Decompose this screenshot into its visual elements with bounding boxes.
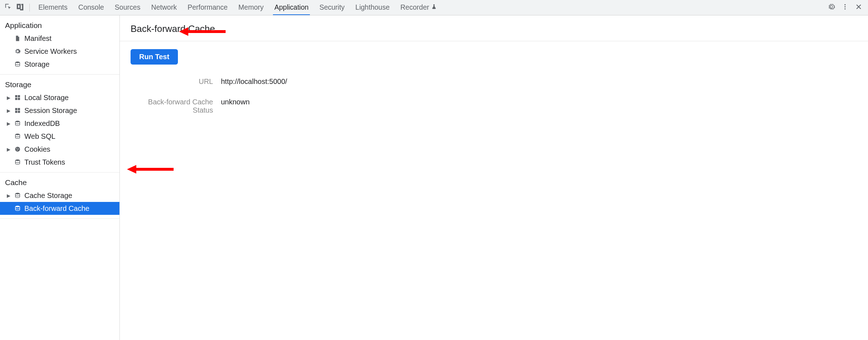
inspect-element-icon[interactable]	[4, 3, 12, 12]
svg-point-6	[15, 147, 20, 152]
sidebar-section-cache: Cache ▸ Cache Storage Back-forward Cache	[0, 173, 119, 219]
bfcache-status-label: Back-forward Cache Status	[131, 98, 213, 114]
url-label: URL	[131, 77, 213, 86]
cookie-icon	[14, 145, 22, 153]
tab-performance[interactable]: Performance	[186, 0, 229, 15]
tab-security[interactable]: Security	[318, 0, 346, 15]
sidebar-item-session-storage[interactable]: ▸ Session Storage	[0, 104, 119, 117]
url-value: http://localhost:5000/	[221, 77, 857, 86]
tab-memory[interactable]: Memory	[237, 0, 265, 15]
document-icon	[14, 34, 22, 42]
tab-label: Recorder	[400, 3, 429, 11]
db-icon	[14, 60, 22, 68]
tabbar-trailing-icons	[828, 3, 867, 12]
tab-elements[interactable]: Elements	[37, 0, 69, 15]
tab-label: Memory	[239, 3, 264, 11]
svg-point-7	[16, 148, 17, 149]
tab-label: Console	[78, 3, 104, 11]
svg-point-10	[15, 160, 20, 161]
db-icon	[14, 204, 22, 212]
chevron-right-icon[interactable]: ▸	[6, 193, 11, 198]
sidebar-item-manifest[interactable]: Manifest	[0, 32, 119, 45]
svg-marker-16	[127, 165, 136, 174]
sidebar-item-storage[interactable]: Storage	[0, 58, 119, 71]
tabbar-divider	[29, 4, 30, 11]
sidebar-item-web-sql[interactable]: Web SQL	[0, 130, 119, 143]
gear-icon	[14, 47, 22, 55]
device-toolbar-icon[interactable]	[16, 3, 24, 12]
sidebar-item-local-storage[interactable]: ▸ Local Storage	[0, 91, 119, 104]
tabbar-tabs: Elements Console Sources Network Perform…	[33, 0, 827, 15]
sidebar-section-storage: Storage ▸ Local Storage ▸ Session Storag…	[0, 75, 119, 173]
tab-label: Network	[151, 3, 177, 11]
tab-network[interactable]: Network	[150, 0, 178, 15]
sidebar-section-application: Application Manifest Service Workers Sto…	[0, 15, 119, 75]
db-icon	[14, 119, 22, 127]
sidebar-item-cookies[interactable]: ▸ Cookies	[0, 143, 119, 156]
more-vert-icon[interactable]	[841, 3, 849, 12]
db-icon	[14, 158, 22, 166]
tab-label: Sources	[115, 3, 141, 11]
grid-icon	[14, 94, 22, 101]
tab-label: Elements	[38, 3, 67, 11]
tab-label: Lighthouse	[355, 3, 390, 11]
chevron-right-icon[interactable]: ▸	[6, 147, 11, 151]
tabbar-leading-icons	[1, 3, 27, 12]
main-body: Run Test URL http://localhost:5000/ Back…	[120, 41, 868, 122]
flask-icon	[431, 3, 437, 11]
svg-point-11	[15, 193, 20, 195]
tab-console[interactable]: Console	[77, 0, 105, 15]
annotation-arrow-icon	[127, 164, 174, 176]
svg-point-4	[15, 121, 20, 123]
main-panel: Back-forward Cache Run Test URL http://l…	[120, 15, 868, 340]
tab-recorder[interactable]: Recorder	[399, 0, 438, 15]
section-title: Cache	[0, 176, 119, 189]
db-icon	[14, 132, 22, 140]
tab-application[interactable]: Application	[273, 0, 310, 15]
page-title: Back-forward Cache	[120, 15, 868, 41]
sidebar-item-label: Storage	[24, 59, 49, 69]
chevron-right-icon[interactable]: ▸	[6, 108, 11, 113]
sidebar-item-label: Service Workers	[24, 46, 77, 56]
sidebar-item-back-forward-cache[interactable]: Back-forward Cache	[0, 202, 119, 215]
sidebar-item-trust-tokens[interactable]: Trust Tokens	[0, 156, 119, 169]
devtools-tabbar: Elements Console Sources Network Perform…	[0, 0, 868, 15]
grid-icon	[14, 107, 22, 114]
section-title: Application	[0, 19, 119, 32]
tab-lighthouse[interactable]: Lighthouse	[354, 0, 391, 15]
sidebar-item-label: Manifest	[24, 33, 52, 43]
sidebar-item-label: Web SQL	[24, 131, 55, 141]
sidebar-item-label: IndexedDB	[24, 118, 60, 128]
info-grid: URL http://localhost:5000/ Back-forward …	[131, 77, 857, 114]
sidebar-item-label: Cache Storage	[24, 190, 72, 200]
bfcache-status-value: unknown	[221, 98, 857, 114]
sidebar-item-label: Cookies	[24, 144, 50, 154]
svg-point-2	[844, 8, 845, 9]
sidebar-item-indexeddb[interactable]: ▸ IndexedDB	[0, 117, 119, 130]
svg-point-5	[15, 134, 20, 136]
db-icon	[14, 192, 22, 199]
sidebar-item-label: Session Storage	[24, 105, 77, 115]
section-title: Storage	[0, 78, 119, 91]
tab-label: Performance	[188, 3, 228, 11]
sidebar-item-label: Trust Tokens	[24, 157, 65, 167]
run-test-button[interactable]: Run Test	[131, 49, 178, 65]
svg-point-3	[15, 62, 20, 63]
tab-sources[interactable]: Sources	[113, 0, 142, 15]
sidebar-item-service-workers[interactable]: Service Workers	[0, 45, 119, 58]
application-sidebar: Application Manifest Service Workers Sto…	[0, 15, 120, 340]
tab-label: Security	[319, 3, 344, 11]
tab-label: Application	[274, 3, 308, 11]
svg-point-0	[844, 4, 845, 5]
gear-icon[interactable]	[828, 3, 835, 12]
sidebar-item-cache-storage[interactable]: ▸ Cache Storage	[0, 189, 119, 202]
chevron-right-icon[interactable]: ▸	[6, 95, 11, 100]
svg-point-9	[17, 150, 18, 150]
sidebar-item-label: Back-forward Cache	[24, 203, 89, 213]
sidebar-item-label: Local Storage	[24, 93, 69, 103]
close-icon[interactable]	[855, 3, 862, 12]
svg-point-12	[15, 206, 20, 208]
chevron-right-icon[interactable]: ▸	[6, 121, 11, 126]
svg-point-8	[18, 148, 19, 149]
svg-point-1	[844, 6, 845, 7]
